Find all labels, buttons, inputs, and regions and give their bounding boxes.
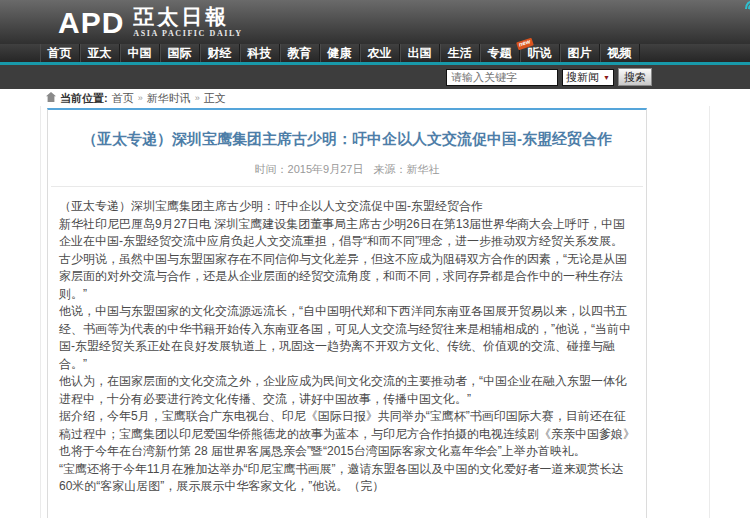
source-value: 新华社 [406, 163, 439, 175]
breadcrumb-separator: » [195, 93, 200, 103]
search-input[interactable] [446, 69, 558, 86]
article-paragraph: 古少明说，虽然中国与东盟国家存在不同信仰与文化差异，但这不应成为阻碍双方合作的因… [59, 251, 636, 304]
article-title: （亚太专递）深圳宝鹰集团主席古少明：吁中企以人文交流促中国-东盟经贸合作 [60, 129, 634, 149]
article-box: （亚太专递）深圳宝鹰集团主席古少明：吁中企以人文交流促中国-东盟经贸合作 时间：… [47, 108, 647, 518]
nav-item-china[interactable]: 中国 [120, 44, 160, 62]
main-nav: 首页 亚太 中国 国际 财经 科技 教育 健康 农业 出国 生活 专题 听说 n… [0, 44, 750, 62]
search-category-label: 搜新闻 [566, 70, 599, 85]
article-body: （亚太专递）深圳宝鹰集团主席古少明：吁中企以人文交流促中国-东盟经贸合作 新华社… [48, 187, 646, 496]
nav-item-photos[interactable]: 图片 [560, 44, 600, 62]
article-paragraph: （亚太专递）深圳宝鹰集团主席古少明：吁中企以人文交流促中国-东盟经贸合作 [59, 198, 636, 216]
logo-chinese-name: 亞太日報 [133, 6, 242, 27]
article-paragraph: 他说，中国与东盟国家的文化交流源远流长，“自中国明代郑和下西洋同东南亚各国展开贸… [59, 303, 636, 373]
site-header: APD 亞太日報 ASIA PACIFIC DAILY [0, 0, 750, 44]
page-container: （亚太专递）深圳宝鹰集团主席古少明：吁中企以人文交流促中国-东盟经贸合作 时间：… [40, 106, 710, 518]
nav-item-abroad[interactable]: 出国 [400, 44, 440, 62]
breadcrumb-section[interactable]: 新华时讯 [147, 91, 191, 106]
breadcrumb-separator: » [138, 93, 143, 103]
breadcrumb-home[interactable]: 首页 [112, 91, 134, 106]
article-meta: 时间：2015年9月27日来源：新华社 [51, 162, 643, 187]
time-value: 2015年9月27日 [288, 163, 364, 175]
breadcrumb-prefix: 当前位置: [60, 91, 108, 106]
nav-item-finance[interactable]: 财经 [200, 44, 240, 62]
nav-item-listen-label: 听说 [528, 46, 552, 60]
nav-item-home[interactable]: 首页 [40, 44, 80, 62]
signal-icon [745, 0, 750, 14]
breadcrumb: 当前位置: 首页 » 新华时讯 » 正文 [0, 90, 750, 106]
nav-item-tech[interactable]: 科技 [240, 44, 280, 62]
breadcrumb-current: 正文 [204, 91, 226, 106]
time-label: 时间： [255, 163, 288, 175]
article-paragraph: 据介绍，今年5月，宝鹰联合广东电视台、印尼《国际日报》共同举办“宝鹰杯”书画印国… [59, 408, 636, 461]
nav-item-agri[interactable]: 农业 [360, 44, 400, 62]
search-bar: 搜新闻 ▼ 搜索 [0, 65, 750, 89]
article-paragraph: 他认为，在国家层面的文化交流之外，企业应成为民间文化交流的主要推动者，“中国企业… [59, 373, 636, 408]
home-icon [46, 92, 56, 104]
logo-name-block: 亞太日報 ASIA PACIFIC DAILY [133, 6, 242, 39]
article-paragraph: 新华社印尼巴厘岛9月27日电 深圳宝鹰建设集团董事局主席古少明26日在第13届世… [59, 216, 636, 251]
nav-item-education[interactable]: 教育 [280, 44, 320, 62]
search-button[interactable]: 搜索 [618, 68, 652, 86]
logo-apd-text: APD [58, 7, 124, 39]
site-logo[interactable]: APD 亞太日報 ASIA PACIFIC DAILY [58, 6, 243, 39]
article-paragraph: “宝鹰还将于今年11月在雅加达举办“印尼宝鹰书画展”，邀请东盟各国以及中国的文化… [59, 461, 636, 496]
nav-item-apac[interactable]: 亚太 [80, 44, 120, 62]
nav-item-life[interactable]: 生活 [440, 44, 480, 62]
search-category-select[interactable]: 搜新闻 ▼ [562, 69, 614, 86]
logo-english-name: ASIA PACIFIC DAILY [133, 30, 242, 38]
chevron-down-icon: ▼ [603, 74, 610, 81]
nav-item-special[interactable]: 专题 [480, 44, 520, 62]
nav-item-world[interactable]: 国际 [160, 44, 200, 62]
nav-item-listen[interactable]: 听说 new [520, 44, 560, 62]
source-label: 来源： [373, 163, 406, 175]
nav-item-video[interactable]: 视频 [600, 44, 640, 62]
nav-item-health[interactable]: 健康 [320, 44, 360, 62]
